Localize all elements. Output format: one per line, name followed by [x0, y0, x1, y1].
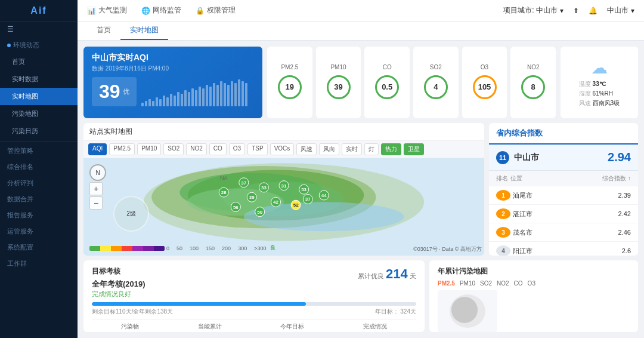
tab-home[interactable]: 首页: [87, 21, 120, 40]
target-left: 目标考核 全年考核(2019) 完成情况良好: [92, 266, 145, 302]
top-nav: 📊 大气监测 🌐 网络监管 🔒 权限管理 项目城市: 中山市 ▾ ⬆: [78, 0, 644, 21]
aqi-bar-item: [224, 83, 226, 106]
rank-score-value: 2.6: [589, 247, 631, 254]
map-btn-风速[interactable]: 风速: [296, 143, 317, 155]
map-btn-PM10[interactable]: PM10: [137, 143, 161, 155]
map-btn-热力[interactable]: 热力: [381, 143, 401, 155]
nav-network[interactable]: 🌐 网络监管: [141, 5, 181, 16]
pollution-tab-pm2.5[interactable]: PM2.5: [438, 280, 455, 287]
user-menu[interactable]: 中山市 ▾: [607, 5, 634, 16]
map-btn-NO2[interactable]: NO2: [186, 143, 207, 155]
highlight-score: 2.94: [608, 150, 631, 164]
middle-section: 站点实时地图 AQIPM2.5PM10SO2NO2COO3TSPVOCs风速风向…: [83, 123, 638, 256]
map-area: 站点实时地图 AQIPM2.5PM10SO2NO2COO3TSPVOCs风速风向…: [83, 123, 484, 256]
aqi-bar-item: [199, 87, 201, 106]
map-btn-卫星[interactable]: 卫星: [404, 143, 424, 155]
pollution-tab-so2[interactable]: SO2: [480, 280, 492, 287]
zoom-out-button[interactable]: −: [89, 196, 103, 210]
map-btn-CO[interactable]: CO: [209, 143, 227, 155]
map-legend: 050100150200300>300 良: [89, 244, 275, 252]
sidebar-section-ranking: 综合排名: [0, 159, 78, 175]
sidebar-section-report: 报告服务: [0, 207, 78, 223]
svg-text:52: 52: [293, 202, 299, 208]
pollutant-name: SO2: [430, 64, 442, 70]
weather-cloud-icon: ☁: [591, 58, 608, 78]
map-container[interactable]: 37 33 31 53 28 39 42 52 56 37 50 44: [83, 158, 484, 256]
aqi-number: 39: [99, 81, 120, 103]
sidebar-item-home[interactable]: 首页: [0, 53, 78, 70]
humidity-value: 61%RH: [593, 90, 613, 97]
sidebar-section-data: 数据合并: [0, 191, 78, 207]
upload-icon[interactable]: ⬆: [573, 7, 579, 15]
target-card: 目标考核 全年考核(2019) 完成情况良好 累计优良 214 天: [83, 260, 425, 332]
weather-humidity-row: 湿度 61%RH: [579, 90, 620, 98]
svg-text:56: 56: [233, 205, 239, 210]
cumulative-value: 214: [386, 266, 408, 281]
pollutant-card-o3: O3 105: [462, 47, 507, 118]
map-btn-灯[interactable]: 灯: [364, 143, 379, 155]
aqi-update: 数据 2019年8月16日 PM4:00: [92, 64, 254, 73]
map-btn-TSP[interactable]: TSP: [247, 143, 267, 155]
chevron-down-icon: ▾: [560, 7, 564, 15]
aqi-bar-item: [177, 92, 179, 106]
pollution-map-card: 年累计污染地图 PM2.5PM10SO2NO2COO3: [429, 260, 638, 332]
pollutant-value: 4: [434, 82, 438, 91]
map-btn-SO2[interactable]: SO2: [163, 143, 184, 155]
ranking-row[interactable]: 3 茂名市 2.46: [489, 223, 638, 242]
aqi-bar-item: [245, 83, 247, 106]
target-year-label: 全年考核(2019): [92, 279, 145, 290]
aqi-bar-item: [145, 101, 147, 106]
map-btn-O3[interactable]: O3: [229, 143, 245, 155]
sidebar-section-environment: 环境动态: [0, 37, 78, 53]
compass: N: [89, 164, 106, 181]
map-btn-AQI[interactable]: AQI: [88, 143, 107, 155]
ranking-row[interactable]: 2 湛江市 2.42: [489, 205, 638, 223]
sidebar-item-realtime-map[interactable]: 实时地图: [0, 88, 78, 105]
menu-toggle[interactable]: ☰: [0, 21, 78, 37]
rank-city-name: 汕尾市: [513, 191, 589, 200]
sidebar-divider-1: [0, 141, 78, 142]
atmosphere-icon: 📊: [87, 7, 96, 15]
pollution-tab-co[interactable]: CO: [514, 280, 523, 287]
sidebar-section-workgroup: 工作群: [0, 256, 78, 272]
pollutant-card-so2: SO2 4: [413, 47, 459, 118]
ranking-row[interactable]: 4 阳江市 2.6: [489, 242, 638, 256]
aqi-bar-item: [216, 85, 219, 106]
notifications-icon[interactable]: 🔔: [589, 7, 597, 15]
rank-city-name: 湛江市: [513, 210, 589, 219]
legend-good-label: 良: [270, 244, 275, 252]
pollutant-circle: 8: [521, 75, 545, 99]
aqi-bar-item: [220, 81, 222, 106]
map-btn-PM2.5[interactable]: PM2.5: [109, 143, 135, 155]
pollution-tab-pm10[interactable]: PM10: [460, 280, 475, 287]
ranking-row[interactable]: 1 汕尾市 2.39: [489, 186, 638, 205]
humidity-label: 湿度: [579, 90, 591, 97]
map-btn-VOCs[interactable]: VOCs: [270, 143, 295, 155]
sidebar-item-pollution-map[interactable]: 污染地图: [0, 105, 78, 122]
header-score: 综合指数 ↑: [589, 174, 631, 183]
pollution-tab-o3[interactable]: O3: [528, 280, 535, 287]
map-btn-实时[interactable]: 实时: [342, 143, 362, 155]
sidebar-item-realtime-data[interactable]: 实时数据: [0, 70, 78, 88]
svg-text:37: 37: [305, 196, 311, 202]
svg-text:53: 53: [301, 187, 306, 192]
rank-city-name: 阳江市: [513, 247, 589, 256]
nav-permissions[interactable]: 🔒 权限管理: [196, 5, 236, 16]
project-selector[interactable]: 项目城市: 中山市 ▾: [503, 5, 564, 16]
wind-value: 西南风3级: [593, 100, 620, 106]
zoom-in-button[interactable]: +: [89, 182, 103, 195]
map-btn-风向[interactable]: 风向: [319, 143, 339, 155]
pollutant-circle: 4: [424, 75, 448, 99]
footer-annual: 年目标： 324天: [375, 308, 416, 316]
tab-realtime-map[interactable]: 实时地图: [120, 21, 168, 40]
col-cumulative: 当能累计: [198, 322, 222, 331]
progress-bar: [92, 302, 416, 306]
pollution-tab-no2[interactable]: NO2: [497, 280, 509, 287]
nav-atmosphere[interactable]: 📊 大气监测: [87, 5, 127, 16]
rank-score-value: 2.42: [589, 210, 631, 217]
sidebar-item-pollution-calendar[interactable]: 污染日历: [0, 122, 78, 140]
svg-text:39: 39: [249, 195, 255, 200]
weather-wind-row: 风速 西南风3级: [579, 99, 620, 107]
ranking-header: 省内综合指数: [489, 123, 638, 145]
temp-value: 33℃: [593, 81, 606, 87]
